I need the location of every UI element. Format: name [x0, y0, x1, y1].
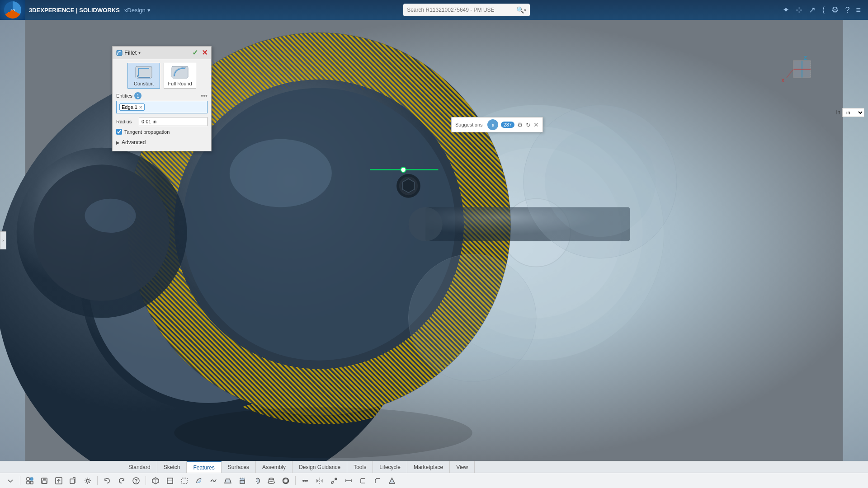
app-dropdown[interactable]: xDesign ▾: [124, 7, 151, 14]
share-button[interactable]: [66, 475, 80, 487]
svg-point-81: [304, 480, 306, 482]
svg-rect-57: [42, 481, 46, 483]
back-icon[interactable]: ⟨: [822, 5, 825, 15]
app-logo[interactable]: 3D: [0, 0, 25, 20]
freeform-button[interactable]: [192, 475, 206, 487]
suggestions-gear-icon[interactable]: ⚙: [517, 121, 523, 128]
left-panel-collapse[interactable]: ›: [0, 231, 6, 249]
smart-select-button[interactable]: [23, 475, 37, 487]
shell-button[interactable]: [279, 475, 292, 487]
tangent-propagation-row: Tangent propagation: [116, 129, 208, 135]
radius-input[interactable]: [139, 117, 208, 126]
export-button[interactable]: [52, 475, 66, 487]
add-icon[interactable]: ✦: [783, 5, 789, 15]
tab-lifecycle[interactable]: Lifecycle: [373, 461, 407, 473]
svg-point-80: [302, 480, 304, 482]
pattern-button[interactable]: [298, 475, 312, 487]
svg-marker-84: [316, 479, 319, 483]
fillet-dropdown-arrow[interactable]: ▾: [138, 50, 141, 55]
tab-standard[interactable]: Standard: [122, 461, 157, 473]
tangent-propagation-checkbox[interactable]: [116, 129, 122, 135]
unit-selector: in in mm cm m: [836, 108, 864, 117]
save-button[interactable]: [38, 475, 51, 487]
advanced-row[interactable]: ▶ Advanced: [116, 137, 208, 147]
fillet-toolbar-button[interactable]: [356, 475, 370, 487]
box-view-button[interactable]: [149, 475, 162, 487]
entity-chip-label: Edge.1: [122, 104, 137, 110]
svg-point-79: [284, 479, 288, 483]
tab-design-guidance[interactable]: Design Guidance: [292, 461, 347, 473]
suggestions-label: Suggestions: [455, 122, 483, 127]
fillet-type-buttons: Constant Full Round: [116, 63, 208, 89]
svg-rect-51: [27, 478, 29, 480]
settings-button[interactable]: [81, 475, 94, 487]
suggestions-count-badge[interactable]: 287: [501, 122, 514, 128]
fillet-cancel-button[interactable]: ✕: [202, 48, 208, 57]
toolbar-icons: ?: [0, 473, 868, 488]
search-bar[interactable]: 🔍 ▾: [403, 4, 530, 16]
svg-line-45: [787, 69, 793, 78]
entities-section-label: Entities 1 •••: [116, 92, 208, 99]
undo-button[interactable]: [100, 475, 114, 487]
entity-chip-remove[interactable]: ✕: [139, 105, 142, 110]
advanced-label: Advanced: [122, 139, 146, 145]
tools-icon[interactable]: ⚙: [831, 5, 839, 15]
tab-surfaces[interactable]: Surfaces: [222, 461, 256, 473]
fillet-panel: Fillet ▾ ✓ ✕ Const: [112, 46, 212, 151]
spline-button[interactable]: [207, 475, 220, 487]
search-input[interactable]: [407, 7, 516, 13]
reference-button[interactable]: [327, 475, 341, 487]
svg-marker-92: [389, 478, 395, 483]
entities-input[interactable]: Edge.1 ✕: [116, 101, 208, 113]
top-bar: 3D 3DEXPERIENCE | SOLIDWORKS xDesign ▾ 🔍…: [0, 0, 868, 20]
measure-button[interactable]: [342, 475, 355, 487]
fillet-header[interactable]: Fillet ▾ ✓ ✕: [113, 47, 211, 59]
brand-text: 3DEXPERIENCE | SOLIDWORKS: [29, 7, 120, 14]
plane-button[interactable]: [221, 475, 235, 487]
svg-rect-53: [27, 481, 29, 484]
front-view-button[interactable]: [163, 475, 177, 487]
entities-count-badge: 1: [134, 92, 142, 99]
mirror-button[interactable]: [313, 475, 326, 487]
suggestions-popup: Suggestions S 287 ⚙ ↻ ✕: [451, 117, 543, 132]
unit-label: in: [836, 109, 840, 116]
chamfer-button[interactable]: [371, 475, 384, 487]
tab-view[interactable]: View: [450, 461, 475, 473]
suggestions-close-button[interactable]: ✕: [533, 121, 539, 128]
search-dropdown-icon[interactable]: ▾: [524, 8, 526, 13]
menu-icon[interactable]: ≡: [856, 5, 861, 15]
loft-button[interactable]: [264, 475, 278, 487]
fillet-title: Fillet: [124, 49, 137, 56]
redo-button[interactable]: [115, 475, 128, 487]
share-icon[interactable]: ↗: [809, 5, 816, 15]
entities-more-icon[interactable]: •••: [201, 92, 208, 99]
toolbar-separator-1: [20, 476, 20, 485]
revolve-button[interactable]: [250, 475, 264, 487]
extrude-button[interactable]: [236, 475, 249, 487]
suggestions-filter-icon[interactable]: ↻: [526, 122, 531, 128]
toolbar-expand-button[interactable]: [4, 475, 17, 487]
chevron-right-icon: ›: [2, 238, 4, 243]
tab-marketplace[interactable]: Marketplace: [407, 461, 450, 473]
viewport[interactable]: › Fillet ▾ ✓ ✕: [0, 20, 868, 461]
draft-button[interactable]: [385, 475, 399, 487]
help-icon[interactable]: ?: [845, 5, 849, 15]
svg-text:Z: Z: [804, 56, 807, 61]
fillet-icon: [116, 50, 123, 56]
back-view-button[interactable]: [178, 475, 191, 487]
fullround-type-button[interactable]: Full Round: [164, 63, 196, 89]
tab-tools[interactable]: Tools: [347, 461, 373, 473]
svg-rect-54: [30, 481, 33, 484]
help-button[interactable]: ?: [129, 475, 143, 487]
unit-dropdown[interactable]: in mm cm m: [842, 108, 864, 117]
constant-type-button[interactable]: Constant: [127, 63, 160, 89]
suggestions-main-icon[interactable]: S: [487, 119, 498, 130]
fillet-header-actions: ✓ ✕: [192, 48, 208, 57]
tab-features[interactable]: Features: [187, 461, 221, 473]
fillet-confirm-button[interactable]: ✓: [192, 48, 198, 57]
svg-rect-71: [240, 480, 245, 483]
cursor-icon[interactable]: ⊹: [796, 5, 802, 15]
svg-text:X: X: [781, 78, 785, 83]
tab-assembly[interactable]: Assembly: [256, 461, 292, 473]
tab-sketch[interactable]: Sketch: [157, 461, 187, 473]
